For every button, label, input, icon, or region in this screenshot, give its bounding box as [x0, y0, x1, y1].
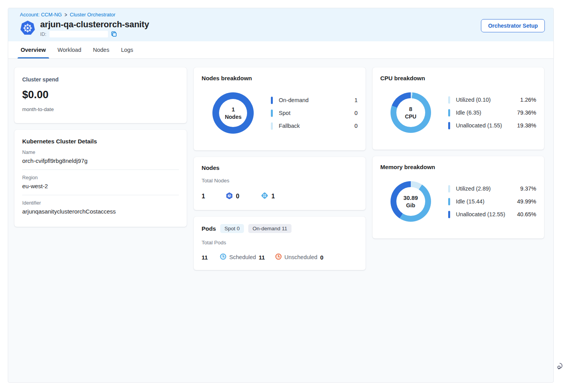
total-nodes-label: Total Nodes [201, 178, 357, 184]
orchestrator-setup-button[interactable]: Orchestrator Setup [481, 19, 545, 32]
legend-value: 1 [355, 97, 358, 103]
field-value: eu-west-2 [22, 183, 179, 195]
breadcrumb-account-link[interactable]: Account: CCM-NG [20, 12, 62, 18]
legend-swatch-idle [448, 198, 450, 205]
breadcrumb: Account: CCM-NG > Cluster Orchestrator [20, 12, 545, 18]
donut-center-value: 1 [231, 106, 235, 113]
legend-value: 0 [355, 110, 358, 116]
on-demand-node-icon [261, 192, 269, 201]
unscheduled-clock-icon [275, 253, 282, 261]
legend-row: Unallocated (12.55) 40.65% [448, 211, 536, 218]
donut-center-label: CPU [405, 113, 417, 120]
column-right: CPU breakdown 8 CPU Utilized (0.10) 1.26… [373, 67, 544, 270]
field-label: Identifier [22, 200, 179, 206]
legend-label: Unallocated (1.55) [456, 122, 502, 129]
donut-center: 30.89 Gib [396, 187, 425, 216]
legend-value: 9.37% [520, 185, 536, 192]
kubernetes-icon [20, 20, 35, 36]
spot-pods-badge: Spot 0 [220, 224, 244, 233]
unscheduled-count: 0 [320, 254, 323, 261]
tab-overview[interactable]: Overview [20, 41, 47, 58]
donut-center-value: 8 [409, 106, 412, 112]
cpu-breakdown-title: CPU breakdown [380, 75, 536, 81]
total-pods-count: 11 [201, 254, 220, 261]
legend-row: Spot 0 [271, 109, 357, 117]
legend-value: 40.65% [517, 211, 536, 217]
scheduled-clock-icon [220, 253, 226, 261]
cluster-spend-title: Cluster spend [22, 76, 179, 83]
chat-help-icon[interactable] [557, 362, 565, 372]
tab-logs[interactable]: Logs [120, 41, 134, 58]
legend-value: 79.36% [517, 109, 536, 116]
nodes-card: Nodes Total Nodes 1 [194, 157, 365, 210]
legend-swatch-unallocated [448, 122, 450, 129]
unscheduled-label: Unscheduled [284, 254, 318, 260]
memory-breakdown-body: 30.89 Gib Utilized (2.89) 9.37% Idle (15 [380, 181, 536, 222]
legend-swatch-unallocated [448, 211, 450, 218]
cpu-breakdown-body: 8 CPU Utilized (0.10) 1.26% Idle (6.35) [380, 92, 536, 133]
memory-breakdown-legend: Utilized (2.89) 9.37% Idle (15.44) 49.99… [448, 185, 536, 218]
cluster-spend-card: Cluster spend $0.00 month-to-date [14, 67, 187, 123]
spot-nodes-count: 0 [236, 193, 239, 200]
legend-label: Spot [279, 110, 290, 116]
scheduled-count: 11 [259, 254, 265, 261]
id-label: ID: [40, 32, 46, 37]
pods-card: Pods Spot 0 On-demand 11 Total Pods 11 [194, 217, 365, 270]
donut-center-value: 30.89 [403, 194, 418, 201]
pods-card-title: Pods [201, 225, 216, 232]
nodes-breakdown-legend: On-demand 1 Spot 0 Fallback 0 [271, 97, 357, 130]
cluster-details-card: Kubernetes Cluster Details Name orch-cvi… [14, 130, 187, 227]
nodes-breakdown-title: Nodes breakdown [201, 75, 357, 81]
nodes-counts-row: 1 0 [201, 192, 357, 201]
legend-swatch-fallback [271, 122, 273, 130]
legend-swatch-utilized [448, 185, 450, 192]
breadcrumb-section-link[interactable]: Cluster Orchestrator [70, 12, 115, 18]
nodes-donut-chart: 1 Nodes [212, 92, 254, 134]
nodes-breakdown-card: Nodes breakdown 1 Nodes On-demand 1 [194, 67, 365, 150]
scheduled-label: Scheduled [229, 254, 256, 260]
legend-row: Idle (15.44) 49.99% [448, 198, 536, 205]
legend-row: Unallocated (1.55) 19.38% [448, 122, 536, 129]
legend-value: 49.99% [517, 198, 536, 205]
legend-label: Idle (6.35) [456, 109, 481, 116]
total-pods-label: Total Pods [201, 240, 357, 245]
cluster-orchestrator-page: Account: CCM-NG > Cluster Orchestrator [8, 8, 554, 383]
copy-icon[interactable] [111, 31, 117, 37]
scheduled-pods-stat: Scheduled 11 [220, 253, 265, 261]
column-left: Cluster spend $0.00 month-to-date Kubern… [14, 67, 187, 270]
legend-row: Idle (6.35) 79.36% [448, 109, 536, 117]
donut-center: 8 CPU [396, 98, 425, 127]
spot-node-icon [226, 192, 233, 201]
legend-label: Idle (15.44) [456, 198, 484, 205]
cluster-details-title: Kubernetes Cluster Details [22, 138, 179, 145]
title-row: arjun-qa-clusterorch-sanity ID: [20, 19, 545, 37]
legend-row: Utilized (0.10) 1.26% [448, 96, 536, 104]
page-title: arjun-qa-clusterorch-sanity [40, 19, 149, 30]
column-middle: Nodes breakdown 1 Nodes On-demand 1 [194, 67, 365, 270]
total-nodes-count: 1 [201, 193, 226, 200]
legend-swatch-utilized [448, 96, 450, 104]
legend-swatch-ondemand [271, 97, 273, 104]
cluster-spend-amount: $0.00 [22, 89, 179, 101]
title-block: arjun-qa-clusterorch-sanity ID: [40, 19, 149, 37]
page-header: Account: CCM-NG > Cluster Orchestrator [8, 8, 553, 41]
tab-workload[interactable]: Workload [57, 41, 82, 58]
field-value: arjunqasanityclusterorchCostaccess [22, 208, 179, 220]
spot-nodes-stat: 0 [226, 192, 261, 201]
memory-breakdown-card: Memory breakdown 30.89 Gib Utilized (2.8… [373, 156, 544, 238]
cluster-spend-period: month-to-date [22, 106, 179, 112]
legend-label: Fallback [279, 123, 300, 129]
donut-center: 1 Nodes [219, 99, 247, 127]
detail-field-region: Region eu-west-2 [22, 170, 179, 195]
chevron-right-icon: > [65, 12, 67, 18]
cpu-breakdown-legend: Utilized (0.10) 1.26% Idle (6.35) 79.36%… [448, 96, 536, 129]
nodes-card-title: Nodes [201, 164, 357, 171]
pods-counts-row: 11 Scheduled 11 [201, 253, 357, 261]
tab-nodes[interactable]: Nodes [92, 41, 110, 58]
legend-label: Utilized (2.89) [456, 185, 491, 192]
field-value: orch-cvifpfl9rbg8neldj97g [22, 157, 179, 170]
legend-label: On-demand [279, 97, 309, 103]
cluster-id-row: ID: [40, 31, 149, 37]
field-label: Region [22, 175, 179, 180]
unscheduled-pods-stat: Unscheduled 0 [275, 253, 323, 261]
